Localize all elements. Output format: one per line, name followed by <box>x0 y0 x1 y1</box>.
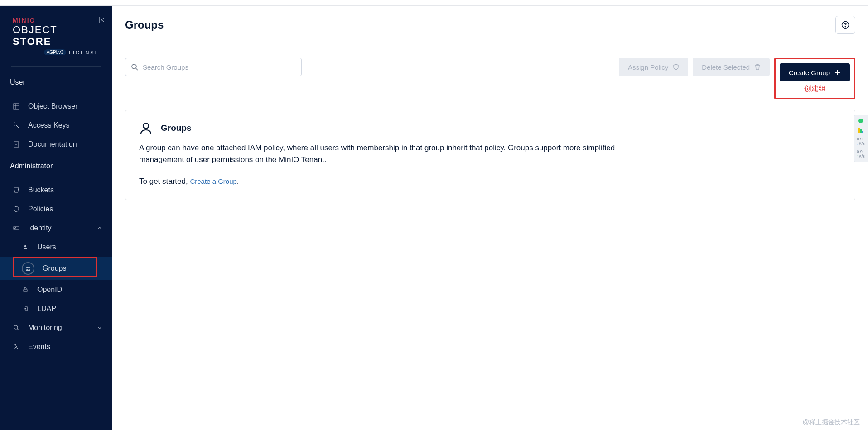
browser-topbar <box>0 0 868 6</box>
performance-widget[interactable]: 0.9↓K/s 0.9↑K/s <box>854 115 868 162</box>
sidebar-groups-highlight-wrap: Groups <box>0 257 112 280</box>
sidebar-item-identity[interactable]: Identity <box>0 219 112 238</box>
page-title: Groups <box>125 19 164 31</box>
button-label: Assign Policy <box>628 63 668 71</box>
svg-point-4 <box>15 228 16 229</box>
create-a-group-link[interactable]: Create a Group <box>190 177 236 185</box>
sidebar-item-label: LDAP <box>37 305 56 313</box>
empty-state-card: Groups A group can have one attached IAM… <box>125 110 855 200</box>
sidebar-item-label: Events <box>28 343 50 351</box>
search-input[interactable] <box>143 63 296 71</box>
sidebar-item-events[interactable]: Events <box>0 337 112 356</box>
search-icon <box>13 324 20 331</box>
book-icon <box>13 141 20 148</box>
chevron-up-icon <box>97 225 102 231</box>
sidebar-item-openid[interactable]: OpenID <box>0 280 112 299</box>
plus-icon <box>834 69 841 76</box>
shield-icon <box>673 64 679 70</box>
toolbar: Assign Policy Delete Selected Create Gro… <box>112 44 868 99</box>
logo-bold: STORE <box>13 36 51 47</box>
sidebar-item-label: Groups <box>43 264 66 272</box>
sidebar-divider <box>11 66 101 67</box>
bucket-icon <box>13 186 20 194</box>
user-icon <box>22 244 29 251</box>
help-button[interactable] <box>835 16 855 34</box>
main-pane: Groups Assign Policy Delete Selected Cr <box>112 6 868 430</box>
app-shell: MINIO OBJECT STORE AGPLv3 LICENSE User O… <box>0 6 868 430</box>
search-groups-field[interactable] <box>125 58 302 76</box>
sidebar-divider <box>10 93 102 93</box>
sidebar-item-monitoring[interactable]: Monitoring <box>0 318 112 337</box>
sidebar-item-ldap[interactable]: LDAP <box>0 299 112 318</box>
svg-point-5 <box>24 245 26 247</box>
sidebar-item-label: Object Browser <box>28 102 77 110</box>
perf-unit: K/s <box>859 141 865 146</box>
sidebar-item-label: Identity <box>28 224 52 232</box>
sidebar-item-label: OpenID <box>37 286 62 294</box>
button-label: Create Group <box>789 69 830 76</box>
user-icon <box>139 121 153 135</box>
svg-point-6 <box>26 267 28 268</box>
sidebar-item-users[interactable]: Users <box>0 238 112 257</box>
status-dot-icon <box>858 119 863 123</box>
watermark: @稀土掘金技术社区 <box>803 418 860 426</box>
svg-point-7 <box>28 267 30 268</box>
sidebar-item-access-keys[interactable]: Access Keys <box>0 116 112 135</box>
svg-point-9 <box>14 325 18 329</box>
sidebar-item-label: Users <box>37 243 56 251</box>
sidebar-section-administrator: Administrator <box>0 154 112 177</box>
collapse-sidebar-button[interactable] <box>97 15 107 25</box>
assign-policy-button[interactable]: Assign Policy <box>619 58 688 76</box>
create-group-button[interactable]: Create Group <box>780 63 850 81</box>
help-icon <box>841 21 849 29</box>
sidebar-item-object-browser[interactable]: Object Browser <box>0 97 112 116</box>
empty-state-cta: To get started, Create a Group. <box>139 177 841 186</box>
sidebar-section-user: User <box>0 70 112 93</box>
cube-icon <box>13 103 20 110</box>
sidebar-item-label: Access Keys <box>28 121 70 129</box>
empty-state-header: Groups <box>139 121 841 135</box>
sidebar-item-documentation[interactable]: Documentation <box>0 135 112 154</box>
sidebar-item-buckets[interactable]: Buckets <box>0 181 112 200</box>
svg-rect-0 <box>14 104 19 109</box>
lambda-icon <box>13 343 20 350</box>
annotation-label: 创建组 <box>804 84 826 94</box>
delete-selected-button[interactable]: Delete Selected <box>693 58 770 76</box>
logo-thin: OBJECT <box>13 24 58 35</box>
logo-product: OBJECT STORE <box>13 24 100 48</box>
agpl-badge: AGPLv3 <box>44 49 66 55</box>
users-group-icon <box>22 262 34 275</box>
cta-suffix: . <box>237 177 239 186</box>
key-icon <box>13 122 20 129</box>
logo-license: AGPLv3 LICENSE <box>13 49 100 55</box>
lock-icon <box>22 286 29 293</box>
sidebar-item-label: Buckets <box>28 186 54 194</box>
bars-icon <box>858 127 863 133</box>
collapse-icon <box>98 16 106 24</box>
perf-unit: K/s <box>859 154 865 158</box>
search-icon <box>131 63 138 71</box>
perf-num: 0.9 <box>857 149 863 154</box>
perf-num: 0.9 <box>857 137 863 141</box>
logo-area: MINIO OBJECT STORE AGPLv3 LICENSE <box>0 6 112 62</box>
agpl-text: AGPLv3 <box>47 50 63 55</box>
sidebar-item-label: Monitoring <box>28 324 62 332</box>
id-icon <box>13 225 20 232</box>
svg-point-11 <box>845 26 845 27</box>
main-header: Groups <box>112 6 868 44</box>
svg-point-12 <box>132 64 136 69</box>
empty-state-description: A group can have one attached IAM policy… <box>139 142 637 166</box>
sidebar-item-label: Policies <box>28 205 53 213</box>
svg-rect-8 <box>24 289 27 292</box>
cta-prefix: To get started, <box>139 177 190 186</box>
sidebar-item-groups[interactable]: Groups <box>0 257 112 280</box>
logo-brand: MINIO <box>13 17 100 24</box>
sidebar-divider <box>10 177 102 177</box>
sidebar: MINIO OBJECT STORE AGPLv3 LICENSE User O… <box>0 6 112 430</box>
svg-point-13 <box>143 123 149 129</box>
sidebar-item-policies[interactable]: Policies <box>0 200 112 219</box>
shield-icon <box>13 205 20 213</box>
chevron-down-icon <box>97 325 102 330</box>
license-text: LICENSE <box>69 50 100 55</box>
perf-value: 0.9↑K/s <box>857 149 865 158</box>
